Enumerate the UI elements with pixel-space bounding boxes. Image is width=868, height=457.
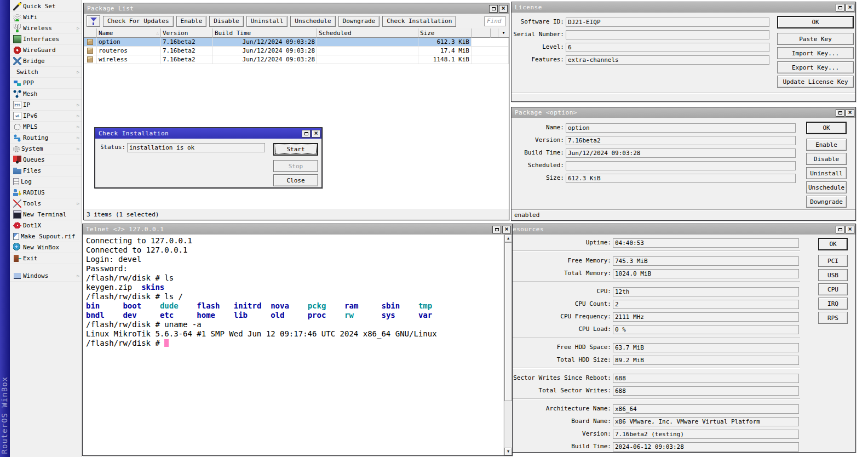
scroll-down-icon[interactable]: ▼ (504, 448, 512, 455)
check-stop-button[interactable]: Stop (273, 160, 318, 172)
terminal-scrollbar[interactable]: ▲ ▼ (504, 235, 512, 455)
sidebar-item-quick-set[interactable]: Quick Set (10, 1, 82, 12)
sidebar-item-radius[interactable]: RADIUS (10, 187, 82, 198)
sidebar-item-make-supout[interactable]: Make Supout.rif (10, 231, 82, 242)
sidebar-item-wireless[interactable]: Wireless▷ (10, 23, 82, 34)
package-downgrade-button[interactable]: Downgrade (806, 196, 847, 208)
sidebar-item-dot1x[interactable]: Dot1X (10, 220, 82, 231)
sidebar-item-ppp[interactable]: PPP (10, 78, 82, 89)
check-start-button[interactable]: Start (273, 143, 318, 156)
resources-rps-button[interactable]: RPS (818, 312, 848, 324)
license-export-key-button[interactable]: Export Key... (777, 61, 854, 73)
resources-usb-button[interactable]: USB (818, 269, 848, 281)
sector-writes-since-reboot-field[interactable]: 688 (613, 374, 799, 383)
maximize-button[interactable] (836, 4, 844, 12)
maximize-button[interactable] (836, 226, 844, 233)
toolbar-button-enable[interactable]: Enable (176, 16, 207, 27)
free-hdd-space-field[interactable]: 63.7 MiB (613, 343, 799, 352)
toolbar-button-downgrade[interactable]: Downgrade (338, 16, 380, 27)
scrollbar-thumb[interactable] (504, 242, 512, 401)
sidebar-item-files[interactable]: Files (10, 165, 82, 176)
package-disable-button[interactable]: Disable (806, 153, 847, 165)
telnet-titlebar[interactable]: Telnet <2> 127.0.0.1 × (83, 224, 512, 235)
sidebar-item-mesh[interactable]: Mesh (10, 89, 82, 100)
maximize-button[interactable] (836, 109, 844, 117)
sidebar-item-queues[interactable]: Queues (10, 155, 82, 165)
toolbar-button-disable[interactable]: Disable (209, 16, 243, 27)
free-memory-field[interactable]: 745.3 MiB (613, 256, 799, 266)
column-dropdown-button[interactable]: ▼ (498, 28, 509, 37)
cpu-frequency-field[interactable]: 2111 MHz (613, 312, 799, 322)
software-id-field[interactable]: DJ21-EIQP (566, 18, 769, 27)
scheduled-field[interactable] (566, 161, 796, 170)
resources-cpu-button[interactable]: CPU (818, 283, 848, 295)
close-button[interactable]: × (312, 130, 320, 138)
column-header-blank[interactable] (84, 28, 97, 38)
terminal-output[interactable]: Connecting to 127.0.0.1Connected to 127.… (83, 235, 503, 455)
sidebar-item-system[interactable]: System▷ (10, 144, 82, 155)
cpu-load-field[interactable]: 0 % (613, 325, 799, 334)
total-sector-writes-field[interactable]: 688 (613, 386, 799, 396)
sidebar-item-tools[interactable]: Tools▷ (10, 198, 82, 209)
maximize-button[interactable] (489, 5, 498, 13)
sidebar-item-ip[interactable]: 255IP▷ (10, 100, 82, 111)
version-field[interactable]: 7.16beta2 (566, 136, 796, 145)
sidebar-item-ipv6[interactable]: v6IPv6▷ (10, 111, 82, 122)
build-time-field[interactable]: Jun/12/2024 09:03:28 (566, 148, 796, 158)
sidebar-item-log[interactable]: Log (10, 176, 82, 187)
architecture-name-field[interactable]: x86_64 (613, 404, 799, 414)
size-field[interactable]: 612.3 KiB (566, 174, 796, 183)
build-time-field[interactable]: 2024-06-12 09:03:28 (613, 442, 799, 452)
name-field[interactable]: option (566, 123, 796, 133)
license-update-license-key-button[interactable]: Update License Key (777, 76, 854, 88)
column-header-size[interactable]: Size (418, 28, 472, 38)
package-ok-button[interactable]: OK (806, 122, 847, 134)
uptime-field[interactable]: 04:40:53 (613, 238, 799, 248)
resources-ok-button[interactable]: OK (818, 238, 848, 250)
package-option-titlebar[interactable]: Package <option> × (511, 107, 855, 118)
scrollbar-track[interactable] (504, 401, 512, 448)
close-button[interactable]: × (846, 226, 854, 233)
sidebar-item-windows[interactable]: Windows▷ (10, 271, 82, 282)
column-header-version[interactable]: Version (161, 28, 213, 38)
version-field[interactable]: 7.16beta2 (testing) (613, 430, 799, 439)
sidebar-item-switch[interactable]: Switch▷ (10, 67, 82, 78)
table-row-wireless[interactable]: wireless7.16beta2Jun/12/2024 09:03:28114… (84, 55, 509, 64)
table-row-option[interactable]: option7.16beta2Jun/12/2024 09:03:28612.3… (84, 38, 509, 47)
package-unschedule-button[interactable]: Unschedule (806, 181, 847, 193)
column-header-scheduled[interactable]: Scheduled (317, 28, 418, 38)
sidebar-item-interfaces[interactable]: Interfaces (10, 34, 82, 45)
close-button[interactable]: × (846, 4, 854, 12)
cpu-field[interactable]: 12th (613, 287, 799, 296)
package-list-titlebar[interactable]: Package List × (84, 3, 509, 14)
column-header-build-time[interactable]: Build Time (213, 28, 317, 38)
resources-titlebar[interactable]: Resources × (505, 224, 855, 235)
close-button[interactable]: × (502, 226, 511, 233)
level-field[interactable]: 6 (566, 43, 769, 52)
maximize-button[interactable] (302, 130, 311, 138)
package-enable-button[interactable]: Enable (806, 139, 847, 151)
package-uninstall-button[interactable]: Uninstall (806, 167, 847, 179)
table-row-routeros[interactable]: routeros7.16beta2Jun/12/2024 09:03:2817.… (84, 47, 509, 55)
sidebar-item-exit[interactable]: Exit (10, 253, 82, 264)
license-paste-key-button[interactable]: Paste Key (777, 33, 854, 45)
check-close-button[interactable]: Close (273, 174, 318, 186)
serial-number-field[interactable] (566, 30, 769, 39)
resources-irq-button[interactable]: IRQ (818, 298, 848, 310)
scroll-up-icon[interactable]: ▲ (504, 235, 512, 242)
sidebar-item-wifi[interactable]: WiFi (10, 12, 82, 23)
toolbar-button-uninstall[interactable]: Uninstall (246, 16, 288, 27)
filter-button[interactable] (87, 15, 100, 27)
features-field[interactable]: extra-channels (566, 55, 769, 65)
toolbar-button-check-for-updates[interactable]: Check For Updates (103, 16, 174, 27)
sidebar-item-routing[interactable]: Routing▷ (10, 133, 82, 144)
license-ok-button[interactable]: OK (777, 16, 854, 28)
toolbar-button-check-installation[interactable]: Check Installation (382, 16, 456, 27)
find-input[interactable]: Find (484, 16, 506, 26)
close-button[interactable]: × (499, 5, 508, 13)
column-header-name[interactable]: Name△ (97, 28, 161, 38)
license-titlebar[interactable]: License × (511, 2, 855, 13)
resources-pci-button[interactable]: PCI (818, 255, 848, 267)
toolbar-button-unschedule[interactable]: Unschedule (290, 16, 335, 27)
maximize-button[interactable] (492, 226, 501, 233)
